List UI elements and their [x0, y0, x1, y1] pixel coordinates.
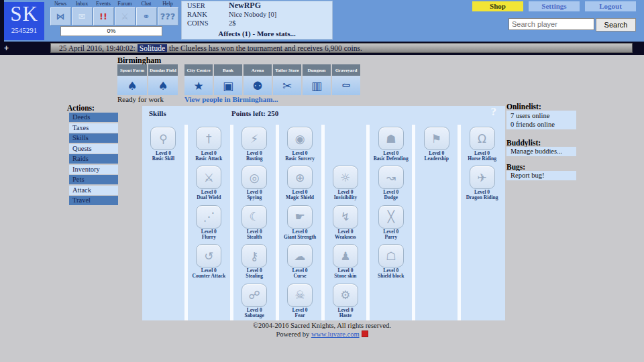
- news-ticker: 25 April 2016, 19:40:02:Solitudethe Clue…: [50, 43, 633, 53]
- building-graveyard[interactable]: Graveyard⚰: [332, 64, 360, 95]
- work-tile-dundas-field[interactable]: Dundas Field♠: [148, 64, 178, 95]
- skill-icon-button[interactable]: ☛: [287, 205, 313, 229]
- skill-icon-button[interactable]: ♟: [333, 244, 358, 267]
- action-quests[interactable]: Quests: [69, 144, 118, 154]
- view-people-link[interactable]: View people in Birmingham...: [184, 95, 278, 103]
- sk-logo[interactable]: SK 2545291: [4, 2, 44, 40]
- toolbar-item-label: Events: [93, 1, 114, 7]
- buddylist-title: Buddylist:: [506, 139, 541, 147]
- skill-empty-cell: [325, 125, 367, 164]
- skill-icon-button[interactable]: ☖: [378, 244, 404, 267]
- search-button[interactable]: Search: [596, 18, 636, 32]
- skill-name: Dragon Riding: [466, 195, 498, 200]
- building-arena[interactable]: Arena⚉: [244, 64, 272, 95]
- help-icon[interactable]: ?: [491, 105, 497, 119]
- header-nav-buttons: ShopSettingsLogout: [472, 1, 636, 11]
- action-skills[interactable]: Skills: [69, 133, 118, 143]
- skill-name: Stealing: [246, 274, 263, 279]
- skill-invisibility: ☼Level 0Invisibility: [325, 164, 367, 202]
- toolbar-icon-box: ✉: [72, 7, 93, 25]
- skill-icon-button[interactable]: ◎: [241, 166, 267, 189]
- settings-button[interactable]: Settings: [529, 1, 580, 11]
- skill-icon-button[interactable]: ⋰: [196, 205, 221, 229]
- skill-horse-riding: ΩLevel 0Horse Riding: [461, 125, 503, 164]
- skill-icon-button[interactable]: ⚑: [424, 127, 449, 150]
- events-icon: !!: [99, 11, 107, 21]
- skill-empty-cell: [188, 282, 230, 320]
- skill-icon-button[interactable]: ☁: [287, 244, 313, 267]
- search-row: Search: [508, 18, 636, 32]
- bust-icon: ♟: [340, 249, 350, 263]
- toolbar-item-inbox[interactable]: Inbox✉: [71, 1, 93, 25]
- skill-icon-button[interactable]: ⚔: [196, 166, 221, 189]
- tile-name: Tailor Store: [273, 64, 301, 76]
- toolbar-item-chat[interactable]: Chat⚭: [136, 1, 157, 25]
- friends-online-link[interactable]: 0 friends online: [511, 120, 576, 129]
- skill-parry: ╳Level 0Parry: [370, 203, 412, 242]
- ticker-player-link[interactable]: Solitude: [138, 44, 167, 52]
- skill-name: Busting: [246, 156, 263, 162]
- skill-icon-button[interactable]: ☗: [378, 127, 404, 150]
- toolbar-item-news[interactable]: News⋈: [50, 1, 71, 25]
- tile-body: ⚰: [332, 76, 360, 95]
- action-attack[interactable]: Attack: [69, 186, 118, 195]
- skill-icon-button[interactable]: ☼: [333, 166, 358, 189]
- skill-icon-button[interactable]: ⚙: [333, 284, 358, 307]
- building-bank[interactable]: Bank▣: [214, 64, 242, 95]
- skill-icon-button[interactable]: ☍: [241, 284, 267, 307]
- skill-name: Curse: [293, 274, 306, 279]
- shop-button[interactable]: Shop: [472, 1, 523, 11]
- search-input[interactable]: [508, 18, 594, 30]
- luvare-link[interactable]: www.luvare.com: [311, 330, 360, 338]
- action-taxes[interactable]: Taxes: [69, 123, 118, 133]
- tile-body: ▥: [303, 76, 331, 95]
- tile-body: ♠: [148, 76, 178, 95]
- building-city-centre[interactable]: City Centre★: [184, 64, 213, 95]
- skill-empty-cell: [142, 282, 184, 320]
- panel-right-strip: [502, 106, 505, 320]
- vault-icon: ▣: [223, 79, 233, 93]
- toolbar-item-forum[interactable]: Forum⚔: [114, 1, 136, 25]
- toolbar-item-events[interactable]: Events!!: [93, 1, 114, 25]
- building-tailor-store[interactable]: Tailor Store✂: [273, 64, 301, 95]
- skill-name: Parry: [384, 235, 397, 240]
- report-bug-link[interactable]: Report bug!: [506, 171, 576, 180]
- skill-haste: ⚙Level 0Haste: [325, 282, 367, 320]
- affects-more-stats-link[interactable]: Affects (1) - More stats...: [182, 29, 332, 38]
- action-deeds[interactable]: Deeds: [69, 113, 118, 122]
- toolbar-icon-box: ⚭: [136, 7, 157, 25]
- skill-icon-button[interactable]: Ω: [470, 127, 495, 150]
- manage-buddies-link[interactable]: Manage buddies...: [506, 147, 576, 156]
- skill-empty-cell: [415, 242, 458, 281]
- action-pets[interactable]: Pets: [69, 175, 118, 184]
- building-dungeon[interactable]: Dungeon▥: [303, 64, 331, 95]
- skills-column: †Level 0Basic Attack⚔Level 0Dual Wield⋰L…: [188, 125, 230, 320]
- toolbar-item-help[interactable]: Help???: [157, 1, 178, 25]
- work-tile-spout-farm[interactable]: Spout Farm♠: [117, 64, 147, 95]
- tile-body: ✂: [273, 76, 301, 95]
- action-raids[interactable]: Raids: [69, 154, 118, 164]
- skill-icon-button[interactable]: ↺: [196, 244, 221, 267]
- skill-icon-button[interactable]: ☾: [241, 205, 267, 229]
- skill-shield-block: ☖Level 0Shield block: [370, 242, 412, 281]
- action-travel[interactable]: Travel: [69, 196, 118, 205]
- skill-icon-button[interactable]: ☠: [287, 284, 313, 307]
- skill-icon-button[interactable]: ◉: [287, 127, 313, 150]
- users-online-link[interactable]: 7 users online: [511, 111, 576, 120]
- skill-icon-button[interactable]: ✈: [470, 166, 495, 189]
- skill-name: Basic Defending: [374, 156, 409, 162]
- skill-icon-button[interactable]: †: [196, 127, 221, 150]
- skill-icon-button[interactable]: ↝: [378, 166, 404, 189]
- logout-button[interactable]: Logout: [585, 1, 636, 11]
- orb-icon: ⊕: [295, 171, 305, 184]
- skill-icon-button[interactable]: ⚡: [241, 127, 267, 150]
- action-inventory[interactable]: Inventory: [69, 165, 118, 174]
- skill-empty-cell: [142, 164, 184, 202]
- ticker-expand-button[interactable]: +: [4, 44, 9, 53]
- skill-icon-button[interactable]: ⊕: [287, 166, 313, 189]
- skill-icon-button[interactable]: ⚷: [241, 244, 267, 267]
- sparkle-icon: ☼: [340, 171, 350, 184]
- skill-icon-button[interactable]: ╳: [378, 205, 404, 229]
- skill-icon-button[interactable]: ⚲: [150, 127, 176, 150]
- skill-icon-button[interactable]: ↯: [333, 205, 358, 229]
